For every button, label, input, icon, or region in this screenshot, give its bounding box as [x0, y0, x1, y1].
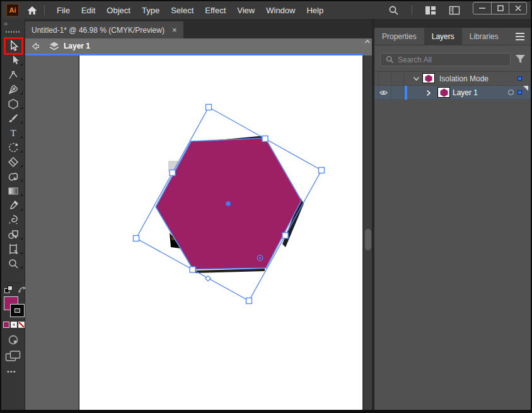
scroll-up-button[interactable] — [363, 38, 372, 55]
bbox-handle-bottom-left-mid[interactable] — [190, 267, 195, 272]
color-mode-button[interactable] — [3, 322, 9, 328]
layer-thumbnail[interactable] — [437, 87, 450, 98]
maximize-button[interactable] — [491, 3, 509, 14]
menu-object[interactable]: Object — [101, 3, 136, 18]
eyedropper-tool[interactable] — [1, 198, 25, 212]
draw-mode-icon[interactable] — [8, 334, 19, 346]
menu-window[interactable]: Window — [260, 3, 301, 18]
menu-edit[interactable]: Edit — [76, 3, 101, 18]
red-annotation-highlight — [4, 37, 23, 55]
default-fill-stroke-button[interactable] — [4, 286, 13, 294]
none-mode-button[interactable] — [18, 322, 25, 328]
artwork-overlay — [25, 55, 363, 410]
layer-row-label[interactable]: Isolation Mode — [439, 74, 489, 83]
shape-builder-tool[interactable] — [1, 227, 25, 241]
document-tab[interactable]: Untitled-1* @ 46.98 % (CMYK/Preview) × — [23, 21, 183, 38]
eraser-tool[interactable] — [1, 154, 25, 169]
layer-row-layer-1[interactable]: Layer 1 — [374, 86, 531, 100]
window-controls — [473, 2, 527, 15]
screen-mode-icon[interactable] — [5, 350, 21, 363]
home-button[interactable] — [26, 5, 38, 16]
search-button[interactable] — [382, 5, 405, 16]
chevron-up-icon — [364, 38, 371, 45]
artboard-tool-icon — [7, 243, 20, 255]
search-input[interactable] — [398, 55, 499, 64]
direct-selection-tool-icon — [7, 54, 20, 67]
shaper-tool[interactable] — [1, 169, 25, 183]
tab-close-icon[interactable]: × — [172, 25, 177, 35]
menu-select[interactable]: Select — [165, 3, 199, 18]
edit-toolbar-ellipsis[interactable]: ••• — [7, 368, 16, 375]
close-button[interactable] — [509, 3, 526, 14]
rotate-view-tool[interactable] — [1, 212, 25, 227]
paintbrush-tool[interactable] — [1, 111, 25, 125]
toolbar-expand-icon[interactable]: » — [4, 20, 7, 27]
tab-properties[interactable]: Properties — [374, 28, 424, 45]
bbox-handle-right[interactable] — [319, 168, 325, 173]
minimize-button[interactable] — [473, 3, 491, 14]
menu-type[interactable]: Type — [136, 3, 165, 18]
menu-help[interactable]: Help — [301, 3, 329, 18]
vertical-scrollbar[interactable] — [363, 55, 372, 410]
toolbar-grip[interactable] — [6, 31, 21, 33]
filter-funnel-icon[interactable] — [515, 54, 526, 64]
stroke-color-swatch[interactable] — [10, 304, 25, 317]
menu-file[interactable]: File — [51, 3, 76, 18]
selection-indicator-square[interactable] — [518, 90, 522, 95]
bbox-handle-bottom-right-mid[interactable] — [282, 233, 288, 238]
visibility-eye-icon[interactable] — [379, 89, 388, 96]
back-arrow-icon[interactable] — [30, 41, 41, 52]
type-tool[interactable]: T — [1, 125, 25, 140]
target-circle-icon[interactable] — [508, 90, 514, 95]
arrange-documents-button[interactable] — [442, 6, 466, 15]
selection-indicator-square[interactable] — [518, 76, 522, 81]
panel-menu-icon[interactable] — [516, 28, 524, 45]
gradient-tool-icon — [7, 185, 20, 197]
bbox-handle-bottom[interactable] — [246, 298, 252, 304]
canvas-area[interactable] — [25, 55, 363, 410]
search-icon — [388, 5, 399, 16]
chevron-down-icon[interactable] — [413, 76, 420, 81]
divider — [5, 282, 21, 283]
direct-selection-tool[interactable] — [1, 53, 25, 67]
flyout-indicator — [20, 179, 23, 182]
tab-layers[interactable]: Layers — [424, 28, 462, 45]
swap-fill-stroke-icon[interactable] — [18, 285, 26, 294]
zoom-tool[interactable] — [1, 256, 25, 270]
layer-row-isolation-mode[interactable]: Isolation Mode — [374, 72, 531, 86]
bbox-handle-top[interactable] — [206, 105, 212, 110]
chevron-right-icon[interactable] — [426, 90, 431, 96]
menu-bar: File Edit Object Type Select Effect View… — [51, 3, 329, 18]
scrollbar-thumb[interactable] — [365, 229, 371, 250]
flyout-indicator — [20, 165, 23, 167]
shaper-tool-icon — [7, 170, 20, 183]
menu-view[interactable]: View — [231, 3, 260, 18]
gradient-tool[interactable] — [1, 183, 25, 198]
tab-libraries[interactable]: Libraries — [462, 28, 506, 45]
curvature-tool[interactable] — [1, 67, 25, 82]
polygon-tool[interactable] — [1, 96, 25, 111]
eraser-tool-icon — [7, 156, 20, 168]
layers-search-row — [374, 46, 531, 71]
pen-tool[interactable] — [1, 82, 25, 96]
flyout-indicator — [20, 194, 23, 196]
rotate-view-tool-icon — [7, 214, 20, 226]
anchor-center-point[interactable] — [226, 201, 231, 206]
bbox-handle-left[interactable] — [134, 236, 139, 241]
tools-panel: » — [1, 19, 25, 410]
layer-thumbnail[interactable] — [422, 73, 435, 83]
workspace-switcher-button[interactable] — [419, 6, 442, 15]
menu-effect[interactable]: Effect — [199, 3, 231, 18]
gradient-mode-button[interactable] — [11, 322, 17, 328]
app-logo[interactable]: Ai — [6, 4, 19, 16]
search-icon — [386, 55, 394, 64]
live-corner-widget-dot — [259, 257, 261, 259]
paintbrush-tool-icon — [7, 112, 20, 125]
bbox-handle-top-right-mid[interactable] — [262, 136, 268, 142]
layer-row-label[interactable]: Layer 1 — [453, 88, 478, 97]
bbox-handle-top-left-mid[interactable] — [170, 170, 175, 176]
rotate-tool[interactable] — [1, 140, 25, 154]
artboard-tool[interactable] — [1, 241, 25, 256]
breadcrumb-layer-label[interactable]: Layer 1 — [64, 42, 90, 50]
search-field[interactable] — [380, 53, 511, 66]
